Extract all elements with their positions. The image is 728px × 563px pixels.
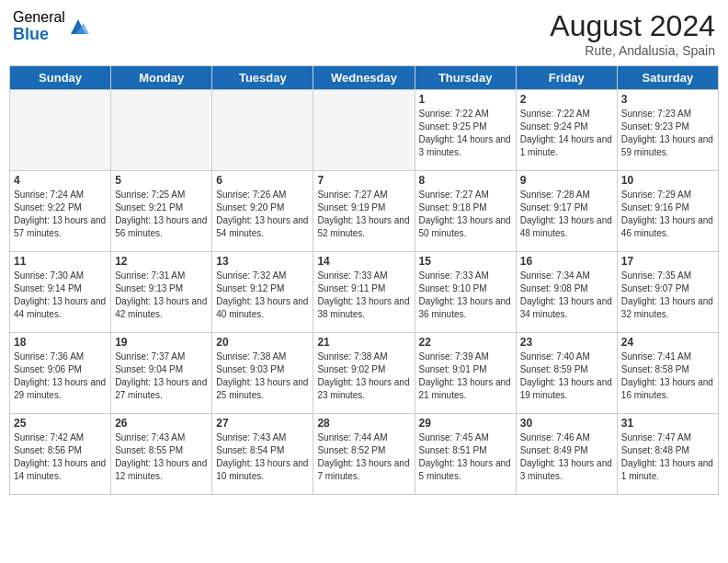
day-number: 2 xyxy=(520,93,613,106)
day-info: Sunrise: 7:42 AM Sunset: 8:56 PM Dayligh… xyxy=(14,431,107,483)
day-header-tuesday: Tuesday xyxy=(212,66,313,90)
calendar-cell: 10 Sunrise: 7:29 AM Sunset: 9:16 PM Dayl… xyxy=(617,171,718,252)
page-header: General Blue August 2024 Rute, Andalusia… xyxy=(9,9,719,58)
day-number: 17 xyxy=(621,255,714,268)
day-info: Sunrise: 7:47 AM Sunset: 8:48 PM Dayligh… xyxy=(621,431,714,483)
location-subtitle: Rute, Andalusia, Spain xyxy=(550,43,715,58)
calendar-cell: 2 Sunrise: 7:22 AM Sunset: 9:24 PM Dayli… xyxy=(516,90,617,171)
day-info: Sunrise: 7:32 AM Sunset: 9:12 PM Dayligh… xyxy=(216,270,309,321)
day-number: 9 xyxy=(520,174,613,187)
calendar-cell: 21 Sunrise: 7:38 AM Sunset: 9:02 PM Dayl… xyxy=(313,333,415,414)
day-number: 7 xyxy=(317,174,410,187)
calendar-cell: 1 Sunrise: 7:22 AM Sunset: 9:25 PM Dayli… xyxy=(415,90,516,171)
day-info: Sunrise: 7:27 AM Sunset: 9:19 PM Dayligh… xyxy=(317,189,410,240)
calendar-cell: 5 Sunrise: 7:25 AM Sunset: 9:21 PM Dayli… xyxy=(111,171,212,252)
calendar-cell: 22 Sunrise: 7:39 AM Sunset: 9:01 PM Dayl… xyxy=(415,333,516,414)
calendar-cell xyxy=(313,90,415,171)
day-number: 1 xyxy=(419,93,512,106)
day-info: Sunrise: 7:30 AM Sunset: 9:14 PM Dayligh… xyxy=(14,270,107,321)
day-info: Sunrise: 7:37 AM Sunset: 9:04 PM Dayligh… xyxy=(115,350,208,402)
calendar-cell: 13 Sunrise: 7:32 AM Sunset: 9:12 PM Dayl… xyxy=(212,252,313,333)
calendar-cell: 28 Sunrise: 7:44 AM Sunset: 8:52 PM Dayl… xyxy=(313,414,415,495)
day-number: 10 xyxy=(621,174,714,187)
calendar-cell: 26 Sunrise: 7:43 AM Sunset: 8:55 PM Dayl… xyxy=(111,414,212,495)
day-header-thursday: Thursday xyxy=(415,66,516,90)
calendar-cell: 17 Sunrise: 7:35 AM Sunset: 9:07 PM Dayl… xyxy=(617,252,718,333)
day-header-wednesday: Wednesday xyxy=(313,66,415,90)
day-number: 4 xyxy=(14,174,107,187)
day-number: 29 xyxy=(419,417,512,430)
calendar-week-3: 11 Sunrise: 7:30 AM Sunset: 9:14 PM Dayl… xyxy=(10,252,719,333)
day-number: 28 xyxy=(317,417,410,430)
calendar-cell: 11 Sunrise: 7:30 AM Sunset: 9:14 PM Dayl… xyxy=(10,252,111,333)
day-info: Sunrise: 7:22 AM Sunset: 9:24 PM Dayligh… xyxy=(520,108,613,159)
calendar-cell: 16 Sunrise: 7:34 AM Sunset: 9:08 PM Dayl… xyxy=(516,252,617,333)
day-number: 5 xyxy=(115,174,208,187)
day-info: Sunrise: 7:27 AM Sunset: 9:18 PM Dayligh… xyxy=(419,189,512,240)
day-number: 24 xyxy=(621,336,714,349)
day-number: 18 xyxy=(14,336,107,349)
month-year-title: August 2024 xyxy=(550,9,715,43)
calendar-cell xyxy=(212,90,313,171)
day-info: Sunrise: 7:24 AM Sunset: 9:22 PM Dayligh… xyxy=(14,189,107,240)
day-number: 3 xyxy=(621,93,714,106)
day-info: Sunrise: 7:34 AM Sunset: 9:08 PM Dayligh… xyxy=(520,270,613,321)
day-header-saturday: Saturday xyxy=(617,66,718,90)
day-number: 14 xyxy=(317,255,410,268)
day-info: Sunrise: 7:33 AM Sunset: 9:11 PM Dayligh… xyxy=(317,270,410,321)
day-number: 13 xyxy=(216,255,309,268)
calendar-cell: 19 Sunrise: 7:37 AM Sunset: 9:04 PM Dayl… xyxy=(111,333,212,414)
calendar-cell: 20 Sunrise: 7:38 AM Sunset: 9:03 PM Dayl… xyxy=(212,333,313,414)
day-info: Sunrise: 7:43 AM Sunset: 8:55 PM Dayligh… xyxy=(115,431,208,483)
calendar-cell: 3 Sunrise: 7:23 AM Sunset: 9:23 PM Dayli… xyxy=(617,90,718,171)
day-info: Sunrise: 7:29 AM Sunset: 9:16 PM Dayligh… xyxy=(621,189,714,240)
day-number: 11 xyxy=(14,255,107,268)
day-info: Sunrise: 7:43 AM Sunset: 8:54 PM Dayligh… xyxy=(216,431,309,483)
logo-icon xyxy=(67,16,89,38)
logo-text: General Blue xyxy=(13,9,65,43)
day-info: Sunrise: 7:25 AM Sunset: 9:21 PM Dayligh… xyxy=(115,189,208,240)
calendar-week-1: 1 Sunrise: 7:22 AM Sunset: 9:25 PM Dayli… xyxy=(10,90,719,171)
day-info: Sunrise: 7:41 AM Sunset: 8:58 PM Dayligh… xyxy=(621,350,714,402)
day-number: 25 xyxy=(14,417,107,430)
calendar-cell xyxy=(10,90,111,171)
calendar-week-2: 4 Sunrise: 7:24 AM Sunset: 9:22 PM Dayli… xyxy=(10,171,719,252)
day-header-friday: Friday xyxy=(516,66,617,90)
day-info: Sunrise: 7:36 AM Sunset: 9:06 PM Dayligh… xyxy=(14,350,107,402)
calendar-cell: 24 Sunrise: 7:41 AM Sunset: 8:58 PM Dayl… xyxy=(617,333,718,414)
calendar-cell: 25 Sunrise: 7:42 AM Sunset: 8:56 PM Dayl… xyxy=(10,414,111,495)
day-info: Sunrise: 7:40 AM Sunset: 8:59 PM Dayligh… xyxy=(520,350,613,402)
calendar-cell: 7 Sunrise: 7:27 AM Sunset: 9:19 PM Dayli… xyxy=(313,171,415,252)
calendar-cell: 31 Sunrise: 7:47 AM Sunset: 8:48 PM Dayl… xyxy=(617,414,718,495)
day-number: 20 xyxy=(216,336,309,349)
day-info: Sunrise: 7:26 AM Sunset: 9:20 PM Dayligh… xyxy=(216,189,309,240)
day-number: 31 xyxy=(621,417,714,430)
calendar-cell: 18 Sunrise: 7:36 AM Sunset: 9:06 PM Dayl… xyxy=(10,333,111,414)
calendar-week-4: 18 Sunrise: 7:36 AM Sunset: 9:06 PM Dayl… xyxy=(10,333,719,414)
day-info: Sunrise: 7:38 AM Sunset: 9:02 PM Dayligh… xyxy=(317,350,410,402)
calendar-cell: 29 Sunrise: 7:45 AM Sunset: 8:51 PM Dayl… xyxy=(415,414,516,495)
day-header-sunday: Sunday xyxy=(10,66,111,90)
calendar-cell: 27 Sunrise: 7:43 AM Sunset: 8:54 PM Dayl… xyxy=(212,414,313,495)
calendar-table: SundayMondayTuesdayWednesdayThursdayFrid… xyxy=(9,65,719,495)
calendar-cell: 30 Sunrise: 7:46 AM Sunset: 8:49 PM Dayl… xyxy=(516,414,617,495)
day-number: 16 xyxy=(520,255,613,268)
day-header-monday: Monday xyxy=(111,66,212,90)
day-number: 8 xyxy=(419,174,512,187)
day-info: Sunrise: 7:46 AM Sunset: 8:49 PM Dayligh… xyxy=(520,431,613,483)
day-number: 6 xyxy=(216,174,309,187)
day-info: Sunrise: 7:28 AM Sunset: 9:17 PM Dayligh… xyxy=(520,189,613,240)
calendar-cell: 9 Sunrise: 7:28 AM Sunset: 9:17 PM Dayli… xyxy=(516,171,617,252)
day-number: 15 xyxy=(419,255,512,268)
calendar-cell: 6 Sunrise: 7:26 AM Sunset: 9:20 PM Dayli… xyxy=(212,171,313,252)
calendar-header-row: SundayMondayTuesdayWednesdayThursdayFrid… xyxy=(10,66,719,90)
day-number: 26 xyxy=(115,417,208,430)
day-info: Sunrise: 7:45 AM Sunset: 8:51 PM Dayligh… xyxy=(419,431,512,483)
day-number: 19 xyxy=(115,336,208,349)
day-number: 12 xyxy=(115,255,208,268)
day-info: Sunrise: 7:38 AM Sunset: 9:03 PM Dayligh… xyxy=(216,350,309,402)
day-info: Sunrise: 7:33 AM Sunset: 9:10 PM Dayligh… xyxy=(419,270,512,321)
logo-general: General xyxy=(13,9,65,26)
calendar-cell: 12 Sunrise: 7:31 AM Sunset: 9:13 PM Dayl… xyxy=(111,252,212,333)
day-number: 30 xyxy=(520,417,613,430)
